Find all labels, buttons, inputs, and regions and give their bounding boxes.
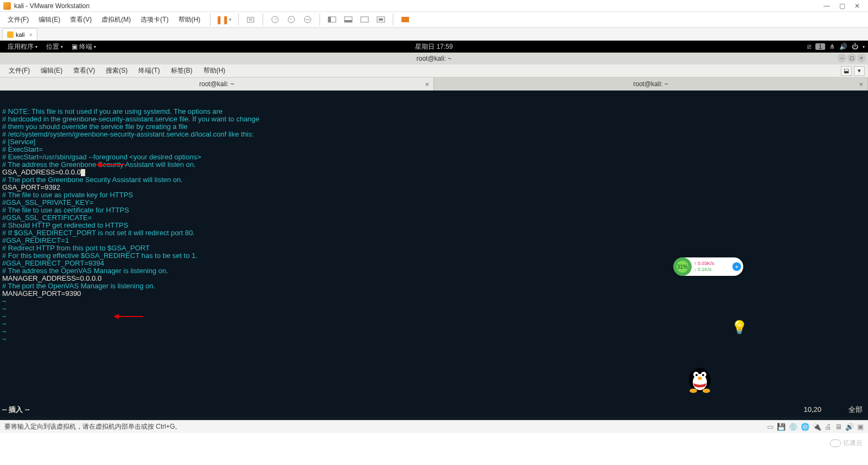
menu-tabs[interactable]: 选项卡(T) bbox=[136, 15, 173, 24]
watermark: 亿速云 bbox=[830, 438, 863, 448]
view-button-1[interactable] bbox=[324, 12, 340, 27]
maximize-button[interactable]: ▢ bbox=[834, 1, 850, 11]
term-menu-file[interactable]: 文件(F) bbox=[3, 66, 35, 75]
vmware-toolbar: ❚❚ ▾ bbox=[210, 12, 417, 27]
guest-tab-bar: kali × bbox=[0, 28, 868, 41]
fullscreen-button[interactable] bbox=[398, 12, 413, 27]
terminal-line: # hardcoded in the greenbone-security-as… bbox=[2, 115, 866, 123]
panel-applications[interactable]: 应用程序▾ bbox=[3, 42, 42, 51]
terminal-line: # The file to use as private key for HTT… bbox=[2, 191, 866, 199]
device-icon[interactable]: 💾 bbox=[777, 423, 786, 431]
cloud-icon bbox=[830, 440, 841, 447]
kali-top-panel: 应用程序▾ 位置▾ ▣ 终端▾ 星期日 17:59 ⎚ 1 ⋔ 🔊 ⏻ ▾ bbox=[0, 41, 868, 53]
guest-tab-kali[interactable]: kali × bbox=[2, 28, 37, 40]
terminal-line: GSA_ADDRESS=0.0.0.0 bbox=[2, 169, 866, 176]
split-button[interactable]: ⬓ bbox=[841, 66, 852, 76]
vim-position: 10,20 bbox=[803, 406, 821, 414]
close-button[interactable]: ✕ bbox=[850, 1, 865, 11]
term-close-button[interactable]: × bbox=[857, 54, 866, 62]
vmware-title-text: kali - VMware Workstation bbox=[14, 2, 90, 10]
svg-point-19 bbox=[698, 377, 702, 380]
snapshot-button[interactable] bbox=[267, 12, 283, 27]
vim-tilde: ~ bbox=[2, 298, 866, 305]
device-icon[interactable]: 💿 bbox=[789, 423, 797, 431]
power-dropdown[interactable]: ▾ bbox=[229, 17, 232, 22]
view-button-2[interactable] bbox=[341, 12, 356, 27]
terminal-line: # The address the Greenbone Security Ass… bbox=[2, 161, 866, 169]
bulb-icon[interactable]: 💡 bbox=[731, 320, 748, 335]
status-hint: 要将输入定向到该虚拟机，请在虚拟机内部单击或按 Ctrl+G。 bbox=[4, 422, 181, 431]
pause-button[interactable]: ❚❚ bbox=[215, 12, 230, 27]
terminal-line: #GSA_SSL_CERTIFICATE= bbox=[2, 214, 866, 222]
view-button-3[interactable] bbox=[357, 12, 372, 27]
terminal-body[interactable]: # NOTE: This file is not used if you are… bbox=[0, 91, 868, 417]
term-menu-help[interactable]: 帮助(H) bbox=[198, 66, 231, 75]
terminal-line: # NOTE: This file is not used if you are… bbox=[2, 108, 866, 115]
menu-view[interactable]: 查看(V) bbox=[66, 15, 96, 24]
workspace-indicator[interactable]: 1 bbox=[815, 43, 825, 50]
term-maximize-button[interactable]: ▢ bbox=[847, 54, 856, 62]
term-minimize-button[interactable]: – bbox=[838, 54, 846, 62]
terminal-title-text: root@kali: ~ bbox=[417, 55, 452, 62]
device-icon[interactable]: 🖥 bbox=[835, 423, 842, 431]
term-menu-edit[interactable]: 编辑(E) bbox=[35, 66, 68, 75]
kali-desktop[interactable]: 应用程序▾ 位置▾ ▣ 终端▾ 星期日 17:59 ⎚ 1 ⋔ 🔊 ⏻ ▾ ro… bbox=[0, 41, 868, 420]
widget-add-button[interactable]: + bbox=[732, 262, 741, 271]
terminal-menu: 文件(F) 编辑(E) 查看(V) 搜索(S) 终端(T) 标签(B) 帮助(H… bbox=[0, 64, 868, 78]
close-icon[interactable]: × bbox=[29, 31, 33, 38]
device-icon[interactable]: ▭ bbox=[767, 423, 774, 431]
terminal-line: # /etc/systemd/system/greenbone-security… bbox=[2, 131, 866, 138]
minimize-button[interactable]: — bbox=[819, 1, 834, 11]
network-icon[interactable]: ⋔ bbox=[829, 43, 835, 50]
qq-penguin-icon[interactable] bbox=[684, 360, 716, 393]
device-icon[interactable]: 🖨 bbox=[825, 423, 832, 431]
term-menu-view[interactable]: 查看(V) bbox=[68, 66, 100, 75]
vmware-title-bar: kali - VMware Workstation — ▢ ✕ bbox=[0, 0, 868, 12]
menu-file[interactable]: 文件(F) bbox=[3, 15, 33, 24]
close-tab-icon[interactable]: × bbox=[859, 80, 863, 88]
terminal-line: # Redirect HTTP from this port to $GSA_P… bbox=[2, 244, 866, 252]
volume-icon[interactable]: 🔊 bbox=[839, 43, 847, 50]
terminal-line: # [Service] bbox=[2, 138, 866, 146]
view-button-4[interactable] bbox=[373, 12, 388, 27]
vmware-status-bar: 要将输入定向到该虚拟机，请在虚拟机内部单击或按 Ctrl+G。 ▭ 💾 💿 🌐 … bbox=[0, 420, 868, 433]
terminal-line: #GSA_REDIRECT=1 bbox=[2, 237, 866, 244]
device-icon[interactable]: 🌐 bbox=[801, 423, 809, 431]
terminal-tab-1[interactable]: root@kali: ~ × bbox=[0, 78, 434, 91]
revert-button[interactable] bbox=[284, 12, 299, 27]
panel-clock[interactable]: 星期日 17:59 bbox=[415, 42, 452, 51]
panel-terminal[interactable]: ▣ 终端▾ bbox=[67, 42, 100, 51]
terminal-line: # The port the OpenVAS Manager is listen… bbox=[2, 282, 866, 290]
svg-point-21 bbox=[703, 389, 710, 393]
panel-record-icon[interactable]: ⎚ bbox=[807, 43, 811, 50]
terminal-line: MANAGER_PORT=9390 bbox=[2, 290, 866, 298]
term-menu-terminal[interactable]: 终端(T) bbox=[133, 66, 165, 75]
terminal-line: GSA_PORT=9392 bbox=[2, 184, 866, 191]
terminal-line: # ExecStart= bbox=[2, 146, 866, 153]
power-icon[interactable]: ⏻ bbox=[852, 43, 858, 50]
svg-rect-11 bbox=[401, 17, 409, 22]
term-menu-search[interactable]: 搜索(S) bbox=[100, 66, 133, 75]
terminal-line: MANAGER_ADDRESS=0.0.0.0 bbox=[2, 275, 866, 282]
device-icon[interactable]: ▣ bbox=[857, 423, 864, 431]
cpu-percent-gauge: 31% bbox=[673, 257, 692, 276]
menu-help[interactable]: 帮助(H) bbox=[174, 15, 205, 24]
annotation-arrow bbox=[99, 164, 126, 165]
term-menu-tabs[interactable]: 标签(B) bbox=[165, 66, 198, 75]
terminal-tab-2[interactable]: root@kali: ~ × bbox=[434, 78, 868, 91]
svg-point-17 bbox=[695, 374, 698, 376]
panel-places[interactable]: 位置▾ bbox=[42, 42, 67, 51]
send-ctrlaltdel-button[interactable] bbox=[243, 12, 258, 27]
device-icon[interactable]: 🔌 bbox=[813, 423, 821, 431]
network-speed-widget[interactable]: 31% ↑ 0.03K/s ↓ 0.1K/s + bbox=[674, 257, 743, 276]
close-tab-icon[interactable]: × bbox=[425, 80, 429, 88]
terminal-titlebar[interactable]: root@kali: ~ – ▢ × bbox=[0, 53, 868, 64]
manage-button[interactable] bbox=[300, 12, 315, 27]
vim-tilde: ~ bbox=[2, 305, 866, 313]
svg-rect-7 bbox=[344, 20, 352, 22]
menu-edit[interactable]: 编辑(E) bbox=[34, 15, 65, 24]
menu-vm[interactable]: 虚拟机(M) bbox=[97, 15, 135, 24]
split-dropdown[interactable]: ▾ bbox=[854, 66, 865, 76]
vim-mode: -- 插入 -- bbox=[2, 406, 30, 414]
device-icon[interactable]: 🔊 bbox=[845, 423, 854, 431]
